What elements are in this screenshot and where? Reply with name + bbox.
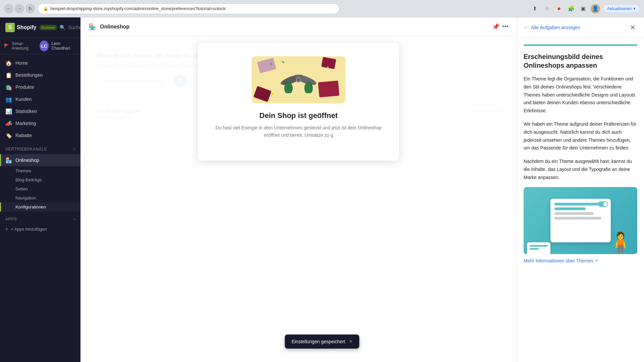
sidebar-item-analytics[interactable]: 📊 Statistiken [0, 105, 80, 117]
url-text: beispiel-dropshipping-store.myshopify.co… [50, 6, 226, 11]
sidebar-item-products[interactable]: 🛍️ Produkte [0, 81, 80, 93]
themes-label: Themes [15, 168, 31, 173]
illustration-line-3 [554, 212, 594, 215]
orders-icon: 📋 [5, 72, 12, 78]
sidebar-item-onlineshop[interactable]: 🏪 Onlineshop [0, 154, 80, 166]
page-content: Dein Shop ist geöffnet Du hast viel Ener… [80, 36, 517, 362]
sidebar-item-onlineshop-label: Onlineshop [15, 158, 39, 163]
update-button[interactable]: Aktualisieren ▾ [603, 4, 640, 13]
sidebar-item-home-label: Home [15, 60, 28, 66]
panel-body-1: Ein Theme legt die Organisation, die Fun… [524, 75, 637, 115]
reload-button[interactable]: ↻ [25, 4, 35, 13]
panel-back-label: Alle Aufgaben anzeigen [531, 25, 580, 30]
sidebar-item-konfigurationen[interactable]: Konfigurationen [0, 202, 80, 212]
profile-icon[interactable]: 👤 [591, 4, 600, 13]
decor-shape-2 [321, 57, 336, 69]
sidebar-header: S shopify Sommer 🔍 Suchen [0, 17, 80, 38]
sidebar-item-home[interactable]: 🏠 Home [0, 57, 80, 69]
setup-link[interactable]: Setup-Anleitung [12, 41, 37, 51]
ill-card-line-1 [530, 245, 548, 247]
apps-section-header[interactable]: Apps › [0, 214, 80, 224]
sidebar-item-discounts[interactable]: 🏷️ Rabatte [0, 129, 80, 141]
user-name: Leon Chaudhari [51, 41, 76, 51]
forward-button[interactable]: → [15, 4, 24, 13]
top-bar: 🏪 Onlineshop 📌 ••• [80, 17, 517, 36]
pages-label: Seiten [15, 186, 28, 191]
sidebar-item-discounts-label: Rabatte [15, 133, 32, 138]
address-bar[interactable]: 🔒 beispiel-dropshipping-store.myshopify.… [38, 3, 339, 14]
app-layout: S shopify Sommer 🔍 Suchen 🚩 Setup-Anleit… [0, 17, 644, 362]
bookmark-icon[interactable]: ☆ [542, 4, 552, 13]
panel-illustration-container: 🧍 [524, 187, 637, 254]
logo-text: shopify [17, 24, 37, 31]
panel-title: Erscheinungsbild deines Onlineshops anpa… [524, 52, 637, 70]
decor-shape-1 [257, 58, 276, 73]
summer-badge: Sommer [39, 25, 57, 30]
add-apps-icon: + [5, 226, 8, 232]
logo-icon: S [5, 23, 15, 32]
sidebar-toggle-icon[interactable]: ▣ [579, 4, 588, 13]
add-apps-label: + Apps hinzufügen [11, 227, 47, 232]
settings-label: Konfigurationen [15, 204, 46, 209]
sidebar-navigation: 🏠 Home 📋 Bestellungen 🛍️ Produkte 👥 Kund… [0, 54, 80, 362]
update-label: Aktualisieren [607, 6, 632, 11]
sidebar: S shopify Sommer 🔍 Suchen 🚩 Setup-Anleit… [0, 17, 80, 362]
modal-illustration [252, 56, 345, 103]
breadcrumb-store-label: Onlineshop [100, 24, 129, 30]
more-options-button[interactable]: ••• [502, 23, 508, 30]
share-icon[interactable]: ⬆ [530, 4, 540, 13]
onlineshop-icon: 🏪 [5, 157, 12, 164]
search-label[interactable]: Suchen [68, 25, 80, 30]
illustration-line-4 [554, 217, 601, 220]
decor-shape-3 [318, 80, 339, 97]
illustration-line-2 [554, 207, 586, 210]
back-button[interactable]: ← [4, 4, 13, 13]
browser-chrome: ← → ↻ 🔒 beispiel-dropshipping-store.mysh… [0, 0, 644, 17]
user-avatar[interactable]: LC [40, 41, 49, 51]
sidebar-item-themes[interactable]: Themes [0, 166, 80, 175]
sales-channels-section-header[interactable]: Vertriebskanäle › [0, 144, 80, 154]
sidebar-item-customers[interactable]: 👥 Kunden [0, 93, 80, 105]
toast-close-button[interactable]: × [350, 339, 353, 345]
illustration-screen [550, 199, 611, 242]
panel-back-button[interactable]: ← Alle Aufgaben anzeigen [524, 25, 580, 30]
scissors-scene [252, 56, 345, 103]
sidebar-item-pages[interactable]: Seiten [0, 184, 80, 193]
svg-point-4 [284, 82, 292, 93]
sidebar-item-marketing[interactable]: 📣 Marketing [0, 117, 80, 129]
confetti-4 [282, 61, 285, 63]
back-arrow-icon: ← [524, 25, 528, 30]
more-info-themes-link[interactable]: Mehr Informationen über Themes ↗ [524, 258, 637, 263]
confetti-1 [270, 63, 272, 65]
topbar-actions: 📌 ••• [492, 23, 508, 31]
sidebar-item-products-label: Produkte [15, 84, 34, 90]
panel-progress-bar [524, 45, 637, 46]
sales-channels-label: Vertriebskanäle [5, 147, 47, 152]
panel-illustration: 🧍 [524, 187, 637, 254]
sidebar-item-orders[interactable]: 📋 Bestellungen [0, 69, 80, 81]
panel-close-button[interactable]: ✕ [628, 23, 637, 32]
pin-button[interactable]: 📌 [492, 23, 499, 31]
marketing-icon: 📣 [5, 120, 12, 127]
search-icon[interactable]: 🔍 [60, 25, 65, 30]
svg-point-3 [297, 78, 300, 81]
scissors-icon [278, 66, 319, 93]
sub-navigation: Themes Blog-Beiträge Seiten Navigation K… [0, 166, 80, 212]
flag-icon: 🚩 [4, 44, 9, 48]
toast-notification: Einstellungen gespeichert × [285, 335, 359, 349]
confetti-2 [327, 66, 329, 68]
sidebar-item-navigation[interactable]: Navigation [0, 193, 80, 202]
extensions-icon[interactable]: 🧩 [567, 4, 576, 13]
svg-point-5 [305, 82, 313, 93]
shopify-logo: S shopify [5, 23, 37, 32]
toast-message: Einstellungen gespeichert [291, 339, 345, 344]
sidebar-item-blog[interactable]: Blog-Beiträge [0, 175, 80, 184]
navigation-label: Navigation [15, 195, 36, 200]
panel-header: ← Alle Aufgaben anzeigen ✕ [517, 17, 644, 38]
browser-nav-buttons: ← → ↻ [4, 4, 35, 13]
modal-overlay: Dein Shop ist geöffnet Du hast viel Ener… [80, 36, 517, 362]
panel-body-2: Wir haben ein Theme aufgrund deiner Präf… [524, 120, 637, 152]
add-apps-button[interactable]: + + Apps hinzufügen [0, 224, 80, 234]
header-actions: 🚩 Setup-Anleitung LC Leon Chaudhari [0, 38, 80, 54]
sidebar-item-customers-label: Kunden [15, 97, 32, 102]
